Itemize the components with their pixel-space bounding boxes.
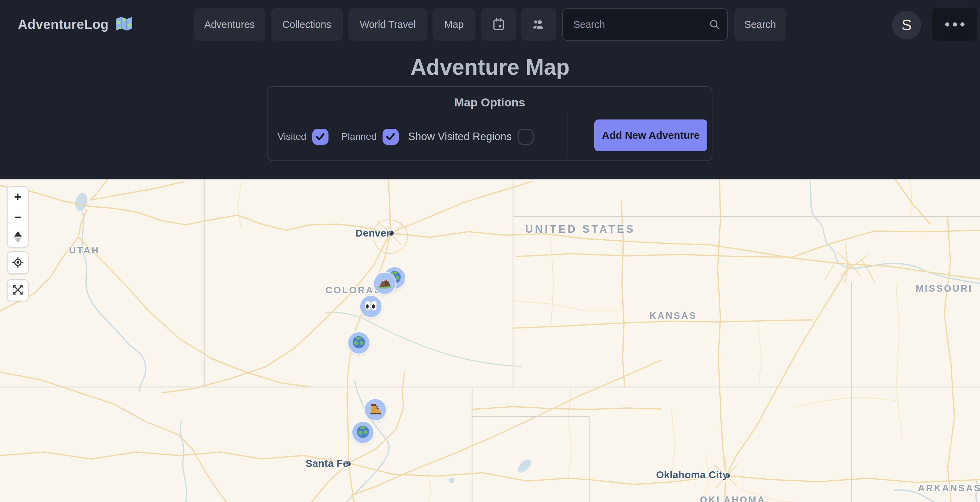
marker-globe-colorado[interactable] (348, 332, 369, 354)
city-label-santa-fe: Santa Fe (306, 458, 349, 469)
pitch-toggle-button[interactable] (8, 227, 28, 247)
visited-checkbox[interactable] (312, 129, 328, 145)
zoom-control-group: + − (7, 186, 29, 248)
plus-icon: + (14, 191, 21, 203)
fullscreen-button[interactable] (8, 280, 28, 300)
options-divider (568, 111, 568, 157)
state-label-missouri: MISSOURI (916, 283, 973, 294)
planned-checkbox[interactable] (383, 129, 399, 145)
top-navbar: AdventureLog Adventures Collections Worl… (0, 0, 980, 50)
locate-icon (12, 256, 24, 269)
check-icon (314, 131, 326, 143)
toggle-visited-label: Visited (278, 131, 307, 142)
toggle-show-visited-regions[interactable]: Show Visited Regions (408, 128, 534, 145)
marker-globe-santa-fe[interactable] (352, 422, 374, 443)
hiking-boot-icon (368, 402, 383, 418)
avatar-initial: S (902, 16, 912, 34)
eyes-icon (364, 299, 378, 315)
country-label: UNITED STATES (525, 223, 635, 235)
adventurelog-app: AdventureLog Adventures Collections Worl… (0, 0, 980, 502)
search-button[interactable]: Search (734, 8, 786, 41)
state-label-kansas: KANSAS (649, 311, 697, 321)
app-title: AdventureLog (18, 17, 109, 32)
map-options-panel: Map Options Visited Planned Show Visited… (267, 86, 713, 161)
minus-icon: − (14, 211, 21, 224)
fullscreen-icon (12, 284, 24, 297)
more-menu-button[interactable] (932, 8, 977, 41)
show-visited-regions-checkbox[interactable] (517, 129, 534, 145)
pitch-down-icon (14, 238, 22, 243)
city-label-denver: Denver (355, 227, 390, 239)
page-title: Adventure Map (0, 54, 980, 80)
calendar-icon (492, 17, 505, 31)
state-label-arkansas: ARKANSAS (918, 483, 980, 494)
globe-icon (352, 335, 366, 351)
users-button[interactable] (521, 8, 556, 41)
state-label-oklahoma: OKLAHOMA (700, 495, 766, 502)
map-canvas[interactable]: UTAH COLORADO UNITED STATES KANSAS MISSO… (0, 180, 980, 502)
zoom-out-button[interactable]: − (8, 207, 28, 227)
map-options-title: Map Options (267, 96, 712, 109)
nav-adventures[interactable]: Adventures (194, 8, 266, 41)
nav-map[interactable]: Map (433, 8, 476, 41)
toggle-regions-label: Show Visited Regions (408, 130, 512, 143)
geolocate-control-group (7, 251, 29, 274)
search-field-wrap (562, 8, 728, 41)
map-base-layer (0, 180, 980, 502)
city-label-oklahoma-city: Oklahoma City (656, 469, 728, 481)
avatar[interactable]: S (892, 11, 921, 40)
toggle-visited[interactable]: Visited (278, 128, 328, 145)
users-icon (532, 18, 546, 31)
app-logo[interactable]: AdventureLog (18, 8, 133, 41)
ellipsis-icon (945, 22, 949, 27)
fullscreen-control-group (7, 279, 29, 301)
geolocate-button[interactable] (8, 252, 28, 273)
marker-mountain[interactable] (374, 273, 395, 294)
pitch-up-icon (14, 231, 22, 237)
toggle-planned[interactable]: Planned (341, 128, 399, 145)
toggle-planned-label: Planned (341, 131, 377, 142)
search-input[interactable] (562, 8, 728, 41)
nav-collections[interactable]: Collections (270, 8, 343, 41)
nav-world-travel[interactable]: World Travel (348, 8, 427, 41)
calendar-button[interactable] (481, 8, 516, 41)
globe-icon (356, 424, 370, 440)
folded-map-icon (115, 16, 133, 33)
marker-eyes[interactable] (360, 296, 382, 317)
marker-boot[interactable] (365, 399, 386, 420)
add-new-adventure-button[interactable]: Add New Adventure (594, 119, 707, 151)
state-label-utah: UTAH (69, 245, 100, 256)
zoom-in-button[interactable]: + (8, 187, 28, 207)
mountain-icon (377, 275, 392, 292)
check-icon (385, 131, 396, 143)
